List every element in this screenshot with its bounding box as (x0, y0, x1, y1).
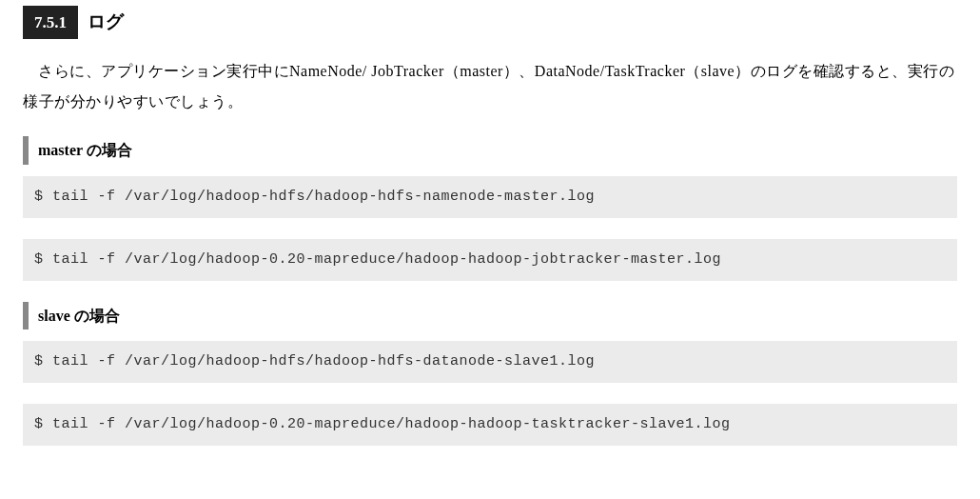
section-header: 7.5.1 ログ (23, 6, 957, 39)
code-block: $ tail -f /var/log/hadoop-0.20-mapreduce… (23, 239, 957, 281)
subheading-master: master の場合 (23, 136, 957, 165)
section-title: ログ (88, 8, 124, 36)
subheading-slave: slave の場合 (23, 302, 957, 330)
code-block: $ tail -f /var/log/hadoop-0.20-mapreduce… (23, 404, 957, 446)
code-block: $ tail -f /var/log/hadoop-hdfs/hadoop-hd… (23, 341, 957, 383)
intro-paragraph: さらに、アプリケーション実行中にNameNode/ JobTracker（mas… (23, 56, 957, 117)
section-number: 7.5.1 (23, 6, 78, 39)
code-block: $ tail -f /var/log/hadoop-hdfs/hadoop-hd… (23, 176, 957, 218)
